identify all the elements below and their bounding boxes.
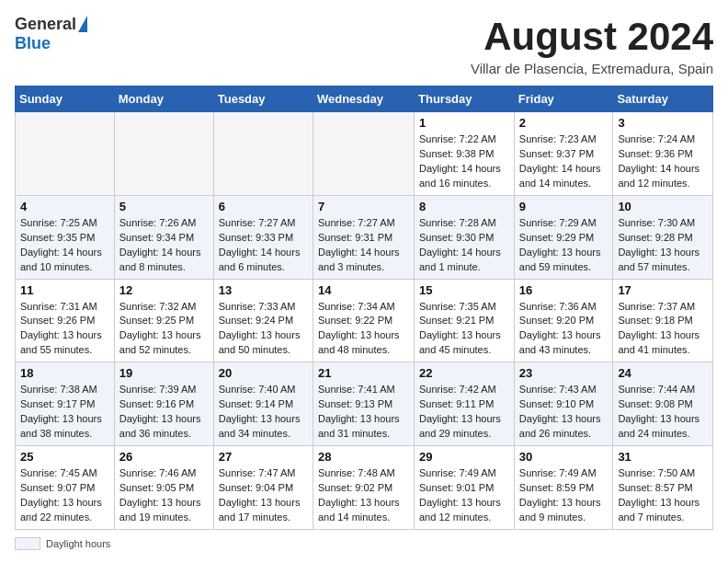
calendar-cell: 20Sunrise: 7:40 AM Sunset: 9:14 PM Dayli…	[213, 362, 313, 446]
day-number: 31	[618, 450, 708, 464]
day-number: 26	[119, 450, 209, 464]
col-header-saturday: Saturday	[613, 86, 713, 112]
calendar-cell: 19Sunrise: 7:39 AM Sunset: 9:16 PM Dayli…	[114, 362, 213, 446]
day-info: Sunrise: 7:27 AM Sunset: 9:33 PM Dayligh…	[219, 216, 308, 275]
logo: General Blue	[15, 15, 87, 53]
day-info: Sunrise: 7:45 AM Sunset: 9:07 PM Dayligh…	[20, 466, 109, 525]
day-info: Sunrise: 7:49 AM Sunset: 8:59 PM Dayligh…	[519, 466, 609, 525]
title-area: August 2024 Villar de Plasencia, Extrema…	[471, 15, 713, 76]
day-number: 12	[119, 283, 209, 297]
calendar-cell: 28Sunrise: 7:48 AM Sunset: 9:02 PM Dayli…	[313, 446, 414, 530]
calendar-table: SundayMondayTuesdayWednesdayThursdayFrid…	[15, 86, 713, 530]
footer: Daylight hours	[15, 537, 713, 550]
calendar-cell: 6Sunrise: 7:27 AM Sunset: 9:33 PM Daylig…	[213, 195, 313, 279]
day-number: 29	[419, 450, 509, 464]
calendar-cell	[114, 112, 213, 196]
day-info: Sunrise: 7:50 AM Sunset: 8:57 PM Dayligh…	[618, 466, 708, 525]
calendar-cell: 27Sunrise: 7:47 AM Sunset: 9:04 PM Dayli…	[213, 446, 313, 530]
col-header-tuesday: Tuesday	[213, 86, 313, 112]
day-info: Sunrise: 7:35 AM Sunset: 9:21 PM Dayligh…	[419, 300, 509, 359]
day-info: Sunrise: 7:38 AM Sunset: 9:17 PM Dayligh…	[20, 383, 109, 442]
calendar-cell: 24Sunrise: 7:44 AM Sunset: 9:08 PM Dayli…	[613, 362, 713, 446]
calendar-cell: 10Sunrise: 7:30 AM Sunset: 9:28 PM Dayli…	[613, 195, 713, 279]
day-info: Sunrise: 7:27 AM Sunset: 9:31 PM Dayligh…	[318, 216, 409, 275]
day-info: Sunrise: 7:25 AM Sunset: 9:35 PM Dayligh…	[20, 216, 109, 275]
calendar-cell: 17Sunrise: 7:37 AM Sunset: 9:18 PM Dayli…	[613, 279, 713, 362]
day-info: Sunrise: 7:24 AM Sunset: 9:36 PM Dayligh…	[618, 132, 708, 191]
day-info: Sunrise: 7:47 AM Sunset: 9:04 PM Dayligh…	[219, 466, 308, 525]
logo-general: General	[15, 15, 76, 34]
day-number: 14	[318, 283, 409, 297]
day-info: Sunrise: 7:39 AM Sunset: 9:16 PM Dayligh…	[119, 383, 209, 442]
day-info: Sunrise: 7:42 AM Sunset: 9:11 PM Dayligh…	[419, 383, 509, 442]
day-info: Sunrise: 7:30 AM Sunset: 9:28 PM Dayligh…	[618, 216, 708, 275]
calendar-cell: 18Sunrise: 7:38 AM Sunset: 9:17 PM Dayli…	[16, 362, 115, 446]
day-info: Sunrise: 7:40 AM Sunset: 9:14 PM Dayligh…	[219, 383, 308, 442]
calendar-cell: 1Sunrise: 7:22 AM Sunset: 9:38 PM Daylig…	[415, 112, 515, 196]
day-number: 25	[20, 450, 109, 464]
day-info: Sunrise: 7:49 AM Sunset: 9:01 PM Dayligh…	[419, 466, 509, 525]
calendar-cell	[313, 112, 414, 196]
calendar-cell: 4Sunrise: 7:25 AM Sunset: 9:35 PM Daylig…	[16, 195, 115, 279]
calendar-cell: 7Sunrise: 7:27 AM Sunset: 9:31 PM Daylig…	[313, 195, 414, 279]
day-number: 20	[219, 366, 308, 380]
day-info: Sunrise: 7:48 AM Sunset: 9:02 PM Dayligh…	[318, 466, 409, 525]
month-title: August 2024	[471, 15, 713, 59]
calendar-cell: 21Sunrise: 7:41 AM Sunset: 9:13 PM Dayli…	[313, 362, 414, 446]
page-header: General Blue August 2024 Villar de Plase…	[15, 15, 713, 76]
col-header-sunday: Sunday	[16, 86, 115, 112]
day-info: Sunrise: 7:26 AM Sunset: 9:34 PM Dayligh…	[119, 216, 209, 275]
day-info: Sunrise: 7:41 AM Sunset: 9:13 PM Dayligh…	[318, 383, 409, 442]
logo-triangle-icon	[78, 16, 87, 32]
day-number: 24	[618, 366, 708, 380]
daylight-label: Daylight hours	[46, 538, 110, 549]
day-number: 19	[119, 366, 209, 380]
calendar-cell: 11Sunrise: 7:31 AM Sunset: 9:26 PM Dayli…	[16, 279, 115, 362]
day-number: 28	[318, 450, 409, 464]
day-number: 13	[219, 283, 308, 297]
calendar-cell: 2Sunrise: 7:23 AM Sunset: 9:37 PM Daylig…	[514, 112, 613, 196]
day-info: Sunrise: 7:43 AM Sunset: 9:10 PM Dayligh…	[519, 383, 609, 442]
calendar-cell: 15Sunrise: 7:35 AM Sunset: 9:21 PM Dayli…	[415, 279, 515, 362]
col-header-monday: Monday	[114, 86, 213, 112]
daylight-box	[15, 537, 40, 550]
footer-daylight: Daylight hours	[15, 537, 110, 550]
day-number: 16	[519, 283, 609, 297]
calendar-cell: 5Sunrise: 7:26 AM Sunset: 9:34 PM Daylig…	[114, 195, 213, 279]
calendar-cell: 26Sunrise: 7:46 AM Sunset: 9:05 PM Dayli…	[114, 446, 213, 530]
calendar-cell: 29Sunrise: 7:49 AM Sunset: 9:01 PM Dayli…	[415, 446, 515, 530]
day-number: 4	[20, 200, 109, 213]
calendar-cell: 9Sunrise: 7:29 AM Sunset: 9:29 PM Daylig…	[514, 195, 613, 279]
col-header-friday: Friday	[514, 86, 613, 112]
calendar-cell	[16, 112, 115, 196]
location-subtitle: Villar de Plasencia, Extremadura, Spain	[471, 61, 713, 76]
day-number: 27	[219, 450, 308, 464]
day-number: 10	[618, 200, 708, 213]
calendar-cell: 22Sunrise: 7:42 AM Sunset: 9:11 PM Dayli…	[415, 362, 515, 446]
day-info: Sunrise: 7:44 AM Sunset: 9:08 PM Dayligh…	[618, 383, 708, 442]
day-number: 7	[318, 200, 409, 213]
day-info: Sunrise: 7:33 AM Sunset: 9:24 PM Dayligh…	[219, 300, 308, 359]
day-number: 18	[20, 366, 109, 380]
calendar-cell: 3Sunrise: 7:24 AM Sunset: 9:36 PM Daylig…	[613, 112, 713, 196]
day-info: Sunrise: 7:23 AM Sunset: 9:37 PM Dayligh…	[519, 132, 609, 191]
day-number: 17	[618, 283, 708, 297]
calendar-cell	[213, 112, 313, 196]
day-number: 22	[419, 366, 509, 380]
day-info: Sunrise: 7:29 AM Sunset: 9:29 PM Dayligh…	[519, 216, 609, 275]
calendar-cell: 25Sunrise: 7:45 AM Sunset: 9:07 PM Dayli…	[16, 446, 115, 530]
day-number: 21	[318, 366, 409, 380]
calendar-cell: 16Sunrise: 7:36 AM Sunset: 9:20 PM Dayli…	[514, 279, 613, 362]
day-info: Sunrise: 7:31 AM Sunset: 9:26 PM Dayligh…	[20, 300, 109, 359]
calendar-cell: 14Sunrise: 7:34 AM Sunset: 9:22 PM Dayli…	[313, 279, 414, 362]
logo-blue: Blue	[15, 34, 51, 53]
calendar-cell: 31Sunrise: 7:50 AM Sunset: 8:57 PM Dayli…	[613, 446, 713, 530]
day-number: 23	[519, 366, 609, 380]
day-info: Sunrise: 7:32 AM Sunset: 9:25 PM Dayligh…	[119, 300, 209, 359]
day-info: Sunrise: 7:46 AM Sunset: 9:05 PM Dayligh…	[119, 466, 209, 525]
calendar-cell: 8Sunrise: 7:28 AM Sunset: 9:30 PM Daylig…	[415, 195, 515, 279]
day-number: 30	[519, 450, 609, 464]
day-info: Sunrise: 7:37 AM Sunset: 9:18 PM Dayligh…	[618, 300, 708, 359]
day-number: 6	[219, 200, 308, 213]
day-number: 9	[519, 200, 609, 213]
